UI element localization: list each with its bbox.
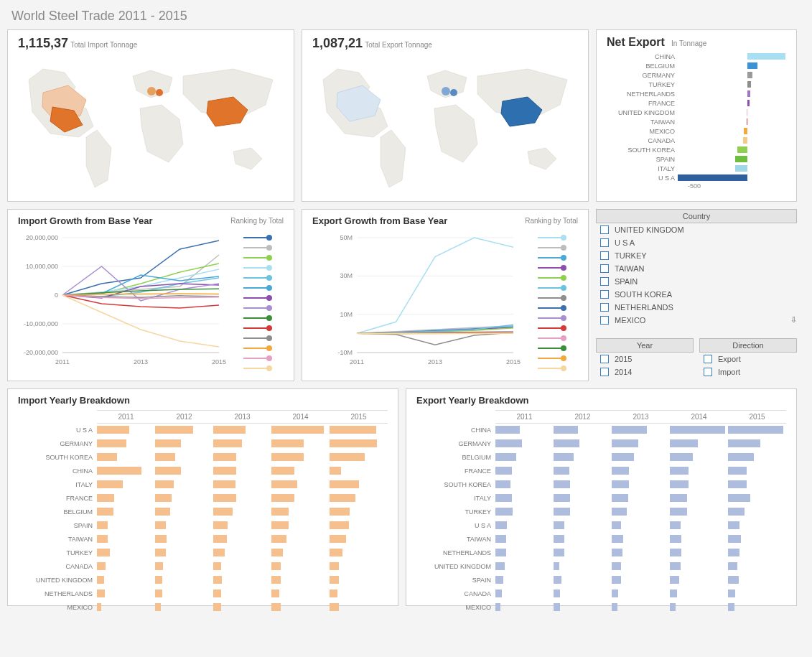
breakdown-cell[interactable]: [728, 519, 786, 531]
breakdown-cell[interactable]: [213, 492, 271, 504]
world-map-export[interactable]: [312, 51, 578, 191]
breakdown-cell[interactable]: [495, 519, 554, 531]
legend-item[interactable]: [243, 233, 286, 243]
filter-option[interactable]: Export: [699, 353, 797, 365]
breakdown-cell[interactable]: [670, 560, 728, 572]
checkbox-icon[interactable]: [600, 368, 609, 376]
legend-item[interactable]: [243, 363, 286, 373]
breakdown-cell[interactable]: [612, 505, 670, 518]
breakdown-cell[interactable]: [495, 451, 554, 463]
breakdown-cell[interactable]: [495, 560, 554, 572]
checkbox-icon[interactable]: [600, 316, 609, 325]
breakdown-cell[interactable]: [612, 465, 670, 477]
legend-item[interactable]: [243, 253, 286, 263]
breakdown-cell[interactable]: [213, 451, 271, 463]
breakdown-cell[interactable]: [271, 519, 330, 531]
breakdown-cell[interactable]: [612, 533, 670, 545]
breakdown-cell[interactable]: [728, 574, 786, 586]
breakdown-cell[interactable]: [271, 587, 330, 600]
filter-option[interactable]: SOUTH KOREA: [596, 288, 797, 301]
breakdown-cell[interactable]: [728, 533, 786, 545]
breakdown-cell[interactable]: [612, 424, 670, 436]
legend-item[interactable]: [243, 343, 286, 353]
net-export-row[interactable]: GERMANY: [607, 70, 786, 80]
breakdown-cell[interactable]: [330, 424, 388, 436]
breakdown-cell[interactable]: [155, 601, 213, 613]
breakdown-cell[interactable]: [495, 492, 554, 504]
breakdown-cell[interactable]: [330, 533, 388, 545]
breakdown-cell[interactable]: [612, 574, 670, 586]
net-export-row[interactable]: TAIWAN: [607, 117, 786, 126]
breakdown-cell[interactable]: [213, 546, 271, 559]
breakdown-cell[interactable]: [330, 492, 388, 504]
legend-item[interactable]: [538, 313, 581, 323]
checkbox-icon[interactable]: [600, 290, 609, 299]
net-export-row[interactable]: U S A: [607, 173, 786, 182]
breakdown-cell[interactable]: [728, 587, 786, 600]
filter-option[interactable]: Import: [699, 365, 797, 378]
breakdown-cell[interactable]: [495, 574, 554, 586]
breakdown-cell[interactable]: [330, 478, 388, 490]
export-breakdown-chart[interactable]: 20112012201320142015CHINAGERMANYBELGIUMF…: [416, 410, 786, 613]
breakdown-cell[interactable]: [554, 437, 612, 449]
breakdown-cell[interactable]: [330, 587, 388, 600]
breakdown-cell[interactable]: [554, 533, 612, 545]
breakdown-cell[interactable]: [213, 505, 271, 518]
breakdown-cell[interactable]: [155, 478, 213, 490]
filter-option[interactable]: U S A: [596, 236, 797, 249]
breakdown-cell[interactable]: [271, 451, 330, 463]
breakdown-cell[interactable]: [728, 465, 786, 477]
breakdown-cell[interactable]: [330, 505, 388, 518]
filter-option[interactable]: TURKEY: [596, 249, 797, 262]
breakdown-cell[interactable]: [155, 424, 213, 436]
breakdown-cell[interactable]: [97, 574, 155, 586]
breakdown-cell[interactable]: [271, 478, 330, 490]
breakdown-cell[interactable]: [97, 533, 155, 545]
breakdown-cell[interactable]: [271, 546, 330, 559]
breakdown-cell[interactable]: [213, 560, 271, 572]
breakdown-cell[interactable]: [155, 492, 213, 504]
breakdown-cell[interactable]: [612, 492, 670, 504]
breakdown-cell[interactable]: [330, 546, 388, 559]
breakdown-cell[interactable]: [271, 533, 330, 545]
breakdown-cell[interactable]: [213, 533, 271, 545]
checkbox-icon[interactable]: [704, 368, 712, 376]
filter-option[interactable]: UNITED KINGDOM: [596, 223, 797, 236]
breakdown-cell[interactable]: [728, 601, 786, 613]
filter-year-header[interactable]: Year: [596, 338, 694, 353]
filter-option[interactable]: 2014: [596, 365, 694, 378]
breakdown-cell[interactable]: [728, 424, 786, 436]
breakdown-cell[interactable]: [155, 533, 213, 545]
breakdown-cell[interactable]: [213, 437, 271, 449]
world-map-import[interactable]: [18, 51, 284, 191]
net-export-row[interactable]: CANADA: [607, 136, 786, 145]
legend-item[interactable]: [538, 253, 581, 263]
breakdown-cell[interactable]: [554, 492, 612, 504]
breakdown-cell[interactable]: [271, 574, 330, 586]
breakdown-cell[interactable]: [213, 601, 271, 613]
breakdown-cell[interactable]: [97, 546, 155, 559]
breakdown-cell[interactable]: [612, 560, 670, 572]
breakdown-cell[interactable]: [728, 478, 786, 490]
net-export-row[interactable]: SPAIN: [607, 154, 786, 164]
breakdown-cell[interactable]: [97, 560, 155, 572]
breakdown-cell[interactable]: [155, 519, 213, 531]
breakdown-cell[interactable]: [330, 437, 388, 449]
legend-item[interactable]: [243, 333, 286, 343]
breakdown-cell[interactable]: [330, 560, 388, 572]
net-export-chart[interactable]: CHINABELGIUMGERMANYTURKEYNETHERLANDSFRAN…: [607, 52, 786, 182]
net-export-row[interactable]: NETHERLANDS: [607, 89, 786, 98]
breakdown-cell[interactable]: [495, 424, 554, 436]
breakdown-cell[interactable]: [97, 519, 155, 531]
breakdown-cell[interactable]: [728, 560, 786, 572]
filter-option[interactable]: 2015: [596, 353, 694, 365]
breakdown-cell[interactable]: [670, 424, 728, 436]
breakdown-cell[interactable]: [554, 478, 612, 490]
legend-item[interactable]: [538, 293, 581, 303]
breakdown-cell[interactable]: [670, 519, 728, 531]
breakdown-cell[interactable]: [728, 451, 786, 463]
legend-item[interactable]: [243, 283, 286, 293]
checkbox-icon[interactable]: [600, 277, 609, 286]
net-export-row[interactable]: BELGIUM: [607, 61, 786, 70]
breakdown-cell[interactable]: [97, 465, 155, 477]
